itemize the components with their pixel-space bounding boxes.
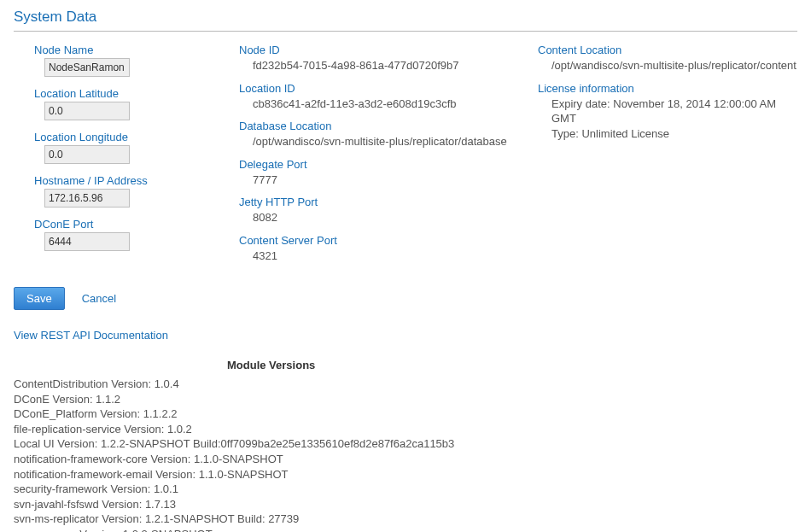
- jetty-http-port-label: Jetty HTTP Port: [239, 196, 512, 208]
- module-version-line: DConE Version: 1.1.2: [14, 392, 797, 407]
- location-longitude-label: Location Longitude: [34, 131, 213, 143]
- content-location-label: Content Location: [538, 44, 797, 56]
- delegate-port-value: 7777: [239, 172, 512, 188]
- hostname-ip-address-label: Hostname / IP Address: [34, 174, 213, 187]
- content-server-port-value: 4321: [239, 248, 512, 264]
- database-location-label: Database Location: [239, 120, 512, 132]
- module-versions-header: Module Versions: [227, 359, 797, 371]
- module-version-line: ContentDistribution Version: 1.0.4: [14, 377, 797, 392]
- node-id-value: fd232b54-7015-4a98-861a-477d0720f9b7: [239, 58, 512, 73]
- node-id-label: Node ID: [239, 44, 512, 56]
- module-version-line: vcs-common Version: 1.0.2-SNAPSHOT: [14, 527, 797, 532]
- cancel-link[interactable]: Cancel: [82, 292, 116, 305]
- page-title: System Data: [14, 5, 797, 32]
- module-version-line: security-framework Version: 1.0.1: [14, 482, 797, 497]
- module-version-line: notification-framework-core Version: 1.1…: [14, 452, 797, 467]
- view-rest-api-link[interactable]: View REST API Documentation: [14, 329, 797, 342]
- hostname-ip-address-input[interactable]: [44, 189, 130, 208]
- location-latitude-input[interactable]: [44, 102, 130, 120]
- content-server-port-label: Content Server Port: [239, 234, 512, 247]
- module-version-line: svn-javahl-fsfswd Version: 1.7.13: [14, 497, 797, 512]
- module-version-line: Local UI Version: 1.2.2-SNAPSHOT Build:0…: [14, 436, 797, 452]
- module-version-line: file-replication-service Version: 1.0.2: [14, 422, 797, 437]
- module-version-line: DConE_Platform Version: 1.1.2.2: [14, 406, 797, 422]
- node-name-input[interactable]: [44, 58, 130, 77]
- location-id-value: cb836c41-a2fd-11e3-a3d2-e608d19c3cfb: [239, 96, 512, 112]
- save-button[interactable]: Save: [14, 287, 65, 310]
- content-location-value: /opt/wandisco/svn-multisite-plus/replica…: [538, 58, 797, 73]
- node-name-label: Node Name: [34, 44, 213, 56]
- delegate-port-label: Delegate Port: [239, 158, 512, 171]
- database-location-value: /opt/wandisco/svn-multisite-plus/replica…: [239, 134, 512, 149]
- location-longitude-input[interactable]: [44, 145, 130, 164]
- dcone-port-label: DConE Port: [34, 218, 213, 231]
- location-id-label: Location ID: [239, 82, 512, 95]
- module-version-line: notification-framework-email Version: 1.…: [14, 467, 797, 482]
- location-latitude-label: Location Latitude: [34, 87, 213, 100]
- dcone-port-input[interactable]: [44, 232, 130, 251]
- jetty-http-port-value: 8082: [239, 210, 512, 225]
- module-version-line: svn-ms-replicator Version: 1.2.1-SNAPSHO…: [14, 512, 797, 527]
- license-information-value: Expiry date: November 18, 2014 12:00:00 …: [538, 96, 797, 142]
- license-information-label: License information: [538, 82, 797, 95]
